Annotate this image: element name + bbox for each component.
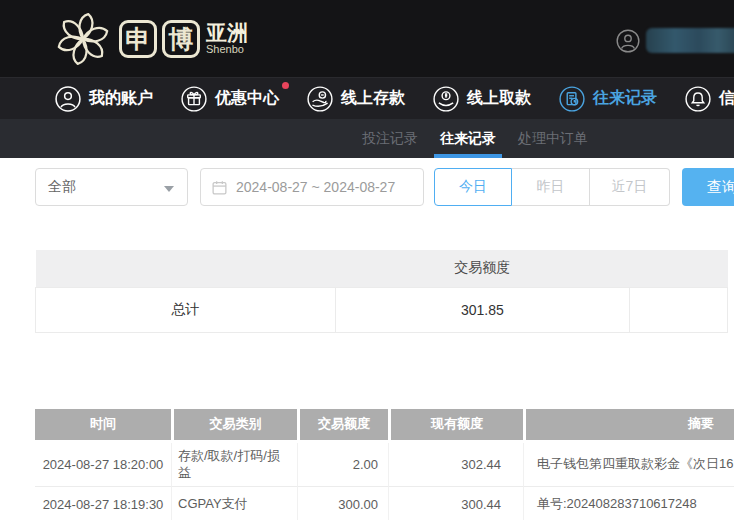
col-header-amount: 交易额度	[297, 409, 388, 443]
user-account-area[interactable]	[616, 28, 734, 53]
chevron-down-icon	[164, 186, 174, 192]
col-header-time: 时间	[35, 409, 171, 443]
category-select-value: 全部	[48, 178, 76, 196]
tab-betting-records[interactable]: 投注记录	[362, 119, 418, 158]
logo-char-bo: 博	[162, 20, 200, 58]
table-row: 2024-08-27 18:20:00 存款/取款/打码/损益 2.00 302…	[35, 443, 734, 487]
transactions-table: 时间 交易类别 交易额度 现有额度 摘要 2024-08-27 18:20:00…	[35, 409, 734, 520]
brand-names: 亚洲 Shenbo	[206, 22, 248, 56]
quick-date-group: 今日 昨日 近7日	[434, 168, 670, 206]
brand-logo[interactable]: 申 博 亚洲 Shenbo	[52, 8, 248, 70]
summary-header-empty	[630, 250, 728, 287]
main-nav: 我的账户 优惠中心 线上存款 线上取款	[0, 77, 734, 119]
yesterday-button[interactable]: 昨日	[512, 168, 590, 206]
summary-table: 交易额度 总计 301.85	[35, 250, 728, 333]
avatar-icon	[616, 29, 640, 53]
nav-label: 优惠中心	[215, 88, 279, 109]
date-range-input[interactable]: 2024-08-27 ~ 2024-08-27	[200, 168, 424, 206]
brand-name-cn: 亚洲	[206, 22, 248, 44]
logo-char-shen: 申	[119, 20, 157, 58]
brand-name-en: Shenbo	[206, 44, 248, 56]
nav-label: 线上存款	[341, 88, 405, 109]
calendar-icon	[211, 179, 228, 196]
flower-logo-icon	[52, 8, 114, 70]
date-range-value: 2024-08-27 ~ 2024-08-27	[236, 179, 395, 195]
nav-item-deposit[interactable]: 线上存款	[307, 86, 405, 112]
redacted-username	[646, 28, 734, 53]
nav-label: 往来记录	[593, 88, 657, 109]
withdraw-icon	[433, 86, 459, 112]
cell-type: 存款/取款/打码/损益	[171, 443, 297, 487]
tab-pending-orders[interactable]: 处理中订单	[518, 119, 588, 158]
category-select[interactable]: 全部	[35, 168, 188, 206]
nav-label: 线上取款	[467, 88, 531, 109]
gift-icon	[181, 86, 207, 112]
records-icon	[559, 86, 585, 112]
top-bar: 申 博 亚洲 Shenbo	[0, 0, 734, 77]
col-header-summary: 摘要	[523, 409, 734, 443]
nav-item-my-account[interactable]: 我的账户	[55, 86, 153, 112]
search-button[interactable]: 查询	[682, 168, 734, 206]
nav-label: 信息	[719, 88, 734, 109]
summary-total-value: 301.85	[335, 287, 630, 332]
record-tabs: 投注记录 往来记录 处理中订单	[0, 119, 734, 158]
notification-dot	[282, 82, 289, 89]
summary-header-amount: 交易额度	[335, 250, 630, 287]
filter-bar: 全部 2024-08-27 ~ 2024-08-27 今日 昨日 近7日 查询	[35, 168, 734, 206]
summary-total-row: 总计 301.85	[36, 287, 728, 332]
deposit-icon	[307, 86, 333, 112]
cell-type: CGPAY支付	[171, 487, 297, 520]
cell-amount: 300.00	[297, 487, 388, 520]
table-row: 2024-08-27 18:19:30 CGPAY支付 300.00 300.4…	[35, 487, 734, 520]
tab-transaction-records[interactable]: 往来记录	[440, 119, 496, 158]
cell-time: 2024-08-27 18:19:30	[35, 487, 171, 520]
col-header-type: 交易类别	[171, 409, 297, 443]
cell-summary: 单号:202408283710617248	[523, 487, 734, 520]
cell-time: 2024-08-27 18:20:00	[35, 443, 171, 487]
bell-icon	[685, 86, 711, 112]
summary-total-label: 总计	[36, 287, 336, 332]
table-header-row: 时间 交易类别 交易额度 现有额度 摘要	[35, 409, 734, 443]
nav-item-messages[interactable]: 信息	[685, 86, 734, 112]
col-header-balance: 现有额度	[388, 409, 523, 443]
cell-balance: 300.44	[388, 487, 523, 520]
summary-header-row: 交易额度	[36, 250, 728, 287]
nav-item-promotions[interactable]: 优惠中心	[181, 86, 279, 112]
last7days-button[interactable]: 近7日	[590, 168, 670, 206]
summary-empty-cell	[630, 287, 728, 332]
nav-item-withdraw[interactable]: 线上取款	[433, 86, 531, 112]
nav-label: 我的账户	[89, 88, 153, 109]
nav-item-transaction-records[interactable]: 往来记录	[559, 86, 657, 112]
today-button[interactable]: 今日	[434, 168, 512, 206]
cell-amount: 2.00	[297, 443, 388, 487]
cell-summary: 电子钱包第四重取款彩金《次日16	[523, 443, 734, 487]
user-icon	[55, 86, 81, 112]
summary-header-empty	[36, 250, 336, 287]
cell-balance: 302.44	[388, 443, 523, 487]
